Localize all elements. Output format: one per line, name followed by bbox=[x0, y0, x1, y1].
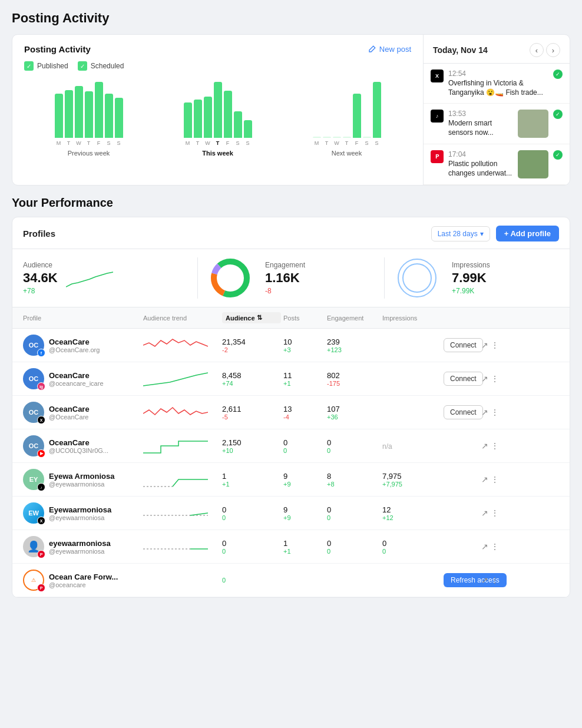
chart-bar bbox=[184, 102, 192, 138]
post-content: 12:54 Overfishing in Victoria & Tanganyi… bbox=[448, 70, 548, 97]
impressions-cell: 00 bbox=[382, 539, 441, 555]
connect-button[interactable]: Connect bbox=[444, 338, 483, 352]
external-link-icon[interactable]: ↗ bbox=[481, 438, 488, 454]
engagement-change: -8 bbox=[265, 287, 305, 295]
profile-cell: EY ♪ Eyewa Armoniosa @eyewaarmoniosa bbox=[23, 469, 141, 490]
legend-scheduled: ✓ Scheduled bbox=[78, 61, 124, 71]
posts-cell: 11 +1 bbox=[283, 371, 325, 387]
engagement-change: +8 bbox=[327, 481, 380, 488]
day-label: T bbox=[85, 140, 93, 146]
day-label: M bbox=[313, 140, 321, 146]
audience-change: +1 bbox=[222, 481, 281, 488]
audience-stat: Audience 34.6K +78 bbox=[23, 257, 198, 299]
facebook-badge-icon: f bbox=[37, 349, 45, 357]
post-item[interactable]: ♪ 13:53 Modern smart sensors now... ✓ bbox=[424, 104, 570, 144]
external-link-icon[interactable]: ↗ bbox=[481, 337, 488, 353]
more-options-icon[interactable]: ⋮ bbox=[491, 405, 499, 420]
next-day-button[interactable]: › bbox=[546, 43, 560, 57]
posts-number: 11 bbox=[283, 371, 325, 380]
audience-number: 8,458 bbox=[222, 371, 281, 380]
prev-day-button[interactable]: ‹ bbox=[530, 43, 544, 57]
external-link-icon[interactable]: ↗ bbox=[481, 505, 488, 521]
day-label: T bbox=[343, 140, 351, 146]
action-cell: Connect bbox=[444, 372, 479, 386]
row-actions: ↗ ⋮ bbox=[481, 405, 499, 420]
external-link-icon[interactable]: ↗ bbox=[481, 472, 488, 487]
posts-list: X 12:54 Overfishing in Victoria & Tangan… bbox=[424, 64, 570, 185]
external-link-icon[interactable]: ↗ bbox=[481, 371, 488, 386]
day-label: F bbox=[95, 140, 103, 146]
pinterest-badge-icon: P bbox=[37, 550, 45, 558]
th-audience[interactable]: Audience ⇅ bbox=[222, 312, 281, 323]
trend-cell bbox=[143, 435, 214, 456]
engagement-number: 0 bbox=[327, 539, 380, 548]
more-options-icon[interactable]: ⋮ bbox=[491, 539, 499, 554]
engagement-change: 0 bbox=[327, 548, 380, 555]
more-options-icon[interactable]: ⋮ bbox=[491, 337, 499, 353]
profile-handle: @UCO0LQ3INr0G... bbox=[49, 447, 108, 454]
impressions-label: Impressions bbox=[452, 261, 490, 269]
profile-cell: 👤 P eyewaarmoniosa @eyewaarmoniosa bbox=[23, 536, 141, 557]
post-check-icon: ✓ bbox=[553, 110, 563, 119]
engagement-cell: 0 0 bbox=[327, 438, 380, 454]
x-badge-icon: X bbox=[37, 517, 45, 525]
posts-change: +1 bbox=[283, 380, 325, 387]
posts-number: 9 bbox=[283, 505, 325, 514]
profile-handle: @eyewaarmoniosa bbox=[49, 514, 111, 521]
th-profile: Profile bbox=[23, 315, 141, 322]
new-post-button[interactable]: New post bbox=[368, 45, 411, 54]
engagement-number: 107 bbox=[327, 405, 380, 413]
audience-change: 0 bbox=[222, 514, 281, 521]
profile-handle: @OceanCare bbox=[49, 413, 90, 421]
avatar: EW X bbox=[23, 502, 44, 524]
external-link-icon[interactable]: ↗ bbox=[481, 539, 488, 554]
published-check-icon: ✓ bbox=[24, 61, 34, 71]
action-cell: Refresh access bbox=[444, 573, 479, 587]
last-days-filter[interactable]: Last 28 days ▾ bbox=[431, 226, 490, 241]
post-item[interactable]: 𝗣 17:04 Plastic pollution changes underw… bbox=[424, 144, 570, 185]
trend-cell bbox=[143, 536, 214, 557]
add-profile-button[interactable]: + Add profile bbox=[496, 226, 559, 241]
posts-number: 9 bbox=[283, 472, 325, 481]
row-actions: ↗ ⋮ bbox=[481, 371, 499, 386]
post-check-icon: ✓ bbox=[553, 150, 563, 160]
more-options-icon[interactable]: ⋮ bbox=[491, 472, 499, 487]
more-options-icon[interactable]: ⋮ bbox=[491, 573, 499, 588]
more-options-icon[interactable]: ⋮ bbox=[491, 438, 499, 454]
platform-icon-x: X bbox=[431, 70, 444, 82]
engagement-change: 0 bbox=[327, 447, 380, 454]
impressions-value: 7.99K bbox=[452, 270, 490, 286]
impressions-cell: 7,975+7,975 bbox=[382, 472, 441, 488]
avatar: EY ♪ bbox=[23, 469, 44, 490]
day-label: M bbox=[184, 140, 192, 146]
action-cell: Connect bbox=[444, 405, 479, 419]
chart-bar bbox=[373, 82, 381, 138]
th-engagement: Engagement bbox=[327, 315, 380, 322]
profile-name: eyewaarmoniosa bbox=[49, 539, 111, 548]
connect-button[interactable]: Connect bbox=[444, 405, 483, 419]
post-item[interactable]: X 12:54 Overfishing in Victoria & Tangan… bbox=[424, 64, 570, 104]
stats-row: Audience 34.6K +78 bbox=[12, 249, 570, 307]
external-link-icon[interactable]: ↗ bbox=[481, 405, 488, 420]
engagement-value: 1.16K bbox=[265, 270, 305, 286]
day-label: S bbox=[105, 140, 113, 146]
engagement-change: +36 bbox=[327, 413, 380, 421]
today-sidebar: Today, Nov 14 ‹ › X 12:54 Overfishing in… bbox=[424, 35, 570, 185]
posts-number: 0 bbox=[283, 438, 325, 447]
connect-button[interactable]: Connect bbox=[444, 372, 483, 386]
avatar: OC ▶ bbox=[23, 435, 44, 456]
external-link-icon[interactable]: ↗ bbox=[481, 573, 488, 588]
post-text: Plastic pollution changes underwat... bbox=[448, 160, 513, 178]
audience-change: -2 bbox=[222, 346, 281, 353]
profile-cell: EW X Eyewaarmoniosa @eyewaarmoniosa bbox=[23, 502, 141, 524]
posts-change: +9 bbox=[283, 481, 325, 488]
engagement-change: +123 bbox=[327, 346, 380, 353]
day-label: W bbox=[204, 140, 212, 146]
more-options-icon[interactable]: ⋮ bbox=[491, 505, 499, 521]
engagement-cell: 8 +8 bbox=[327, 472, 380, 488]
profile-handle: @eyewaarmoniosa bbox=[49, 548, 111, 555]
profile-name: Eyewaarmoniosa bbox=[49, 505, 111, 514]
impressions-value: 7,975 bbox=[382, 472, 441, 481]
platform-icon-pinterest: 𝗣 bbox=[431, 150, 444, 163]
more-options-icon[interactable]: ⋮ bbox=[491, 371, 499, 386]
